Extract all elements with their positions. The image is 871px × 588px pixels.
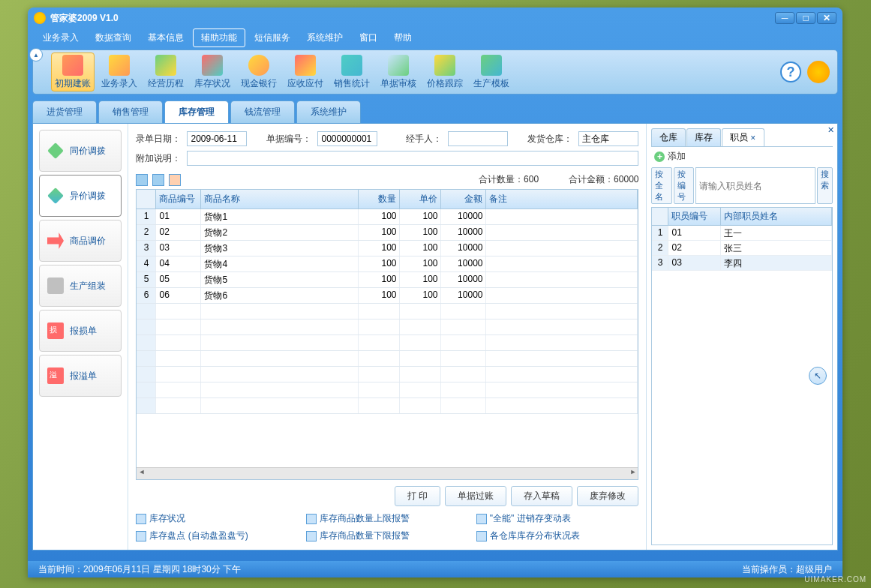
horizontal-scrollbar[interactable]	[137, 467, 638, 479]
main-tab-4[interactable]: 系统维护	[296, 100, 361, 123]
staff-grid-body[interactable]: 101王一202张三303李四	[652, 226, 832, 544]
tool-icon-3[interactable]	[169, 174, 181, 186]
product-grid: 商品编号 商品名称 数量 单价 金额 备注 101货物1100100100002…	[136, 189, 638, 480]
menu-item-5[interactable]: 系统维护	[299, 29, 350, 46]
tool-4[interactable]: 现金银行	[237, 52, 281, 92]
sidebar-item-2[interactable]: 商品调价	[39, 220, 122, 262]
col-note[interactable]: 备注	[486, 190, 638, 208]
table-row[interactable]: 101货物110010010000	[137, 209, 638, 225]
table-row[interactable]: 505货物510010010000	[137, 272, 638, 288]
by-fullname-button[interactable]: 按全名	[651, 167, 671, 204]
table-row[interactable]	[137, 304, 638, 320]
maximize-button[interactable]: □	[796, 12, 815, 24]
tool-8[interactable]: 价格跟踪	[423, 52, 467, 92]
sidebar-item-1[interactable]: 异价调拨	[39, 175, 122, 217]
rp-tab-0[interactable]: 仓库	[651, 128, 686, 146]
tool-icon	[341, 55, 362, 76]
tool-5[interactable]: 应收应付	[284, 52, 327, 92]
scroll-up-button[interactable]: ↖	[809, 367, 827, 385]
tool-icon-1[interactable]	[136, 174, 148, 186]
rp-tab-2[interactable]: 职员✕	[722, 128, 764, 146]
rp-tab-1[interactable]: 库存	[686, 128, 721, 146]
warehouse-input[interactable]	[578, 131, 638, 146]
docno-input[interactable]	[317, 131, 377, 146]
tool-icon	[202, 55, 223, 76]
draft-button[interactable]: 存入草稿	[511, 486, 572, 506]
col-name[interactable]: 商品名称	[201, 190, 359, 208]
menu-item-3[interactable]: 辅助功能	[193, 28, 245, 47]
app-icon	[34, 12, 46, 24]
note-input[interactable]	[187, 151, 638, 166]
tool-7[interactable]: 单据审核	[377, 52, 420, 92]
table-row[interactable]	[137, 320, 638, 335]
add-button[interactable]: + 添加	[651, 147, 833, 166]
grid-body[interactable]: 101货物110010010000202货物210010010000303货物3…	[137, 209, 638, 467]
tool-icon	[248, 55, 269, 76]
table-row[interactable]: 202货物210010010000	[137, 225, 638, 241]
quick-link-5[interactable]: 各仓库库存分布状况表	[476, 530, 639, 542]
sidebar-item-0[interactable]: 同价调拨	[39, 130, 122, 172]
help-icon[interactable]: ?	[780, 62, 801, 82]
sidebar-item-5[interactable]: 报溢单	[39, 355, 122, 397]
quick-link-1[interactable]: 库存商品数量上限报警	[306, 512, 469, 525]
main-tab-2[interactable]: 库存管理	[164, 100, 229, 123]
col-code[interactable]: 商品编号	[156, 190, 201, 208]
menu-item-4[interactable]: 短信服务	[247, 29, 298, 46]
print-button[interactable]: 打 印	[395, 486, 440, 506]
quick-link-4[interactable]: 库存商品数量下限报警	[306, 530, 469, 542]
sidebar-item-4[interactable]: 报损单	[39, 310, 122, 352]
table-row[interactable]: 404货物410010010000	[137, 256, 638, 272]
main-tab-1[interactable]: 销售管理	[98, 100, 163, 123]
tool-9[interactable]: 生产模板	[470, 52, 513, 92]
quick-link-2[interactable]: "全能" 进销存变动表	[476, 512, 639, 525]
menu-item-1[interactable]: 数据查询	[88, 29, 139, 46]
main-tabs: 进货管理销售管理库存管理钱流管理系统维护	[32, 100, 838, 123]
collapse-toolbar-button[interactable]: ▲	[29, 48, 43, 62]
link-icon	[476, 514, 487, 524]
table-row[interactable]	[137, 398, 638, 414]
table-row[interactable]: 303货物310010010000	[137, 241, 638, 256]
titlebar[interactable]: 管家婆2009 V1.0 ─ □ ✕	[28, 8, 842, 28]
by-code-button[interactable]: 按编号	[674, 167, 694, 204]
discard-button[interactable]: 废弃修改	[577, 486, 638, 506]
panel-close-icon[interactable]: ✕	[827, 125, 834, 135]
col-amt[interactable]: 金额	[441, 190, 486, 208]
tool-2[interactable]: 经营历程	[144, 52, 188, 92]
table-row[interactable]	[137, 335, 638, 351]
sidebar-icon	[47, 188, 64, 204]
quick-link-3[interactable]: 库存盘点 (自动盘盈盘亏)	[136, 530, 299, 542]
col-price[interactable]: 单价	[400, 190, 441, 208]
quick-link-0[interactable]: 库存状况	[136, 512, 299, 525]
col-staff-name[interactable]: 内部职员姓名	[721, 208, 832, 225]
close-button[interactable]: ✕	[817, 12, 836, 24]
menu-item-0[interactable]: 业务录入	[35, 29, 86, 46]
staff-row[interactable]: 303李四	[652, 256, 832, 271]
post-button[interactable]: 单据过账	[445, 486, 506, 506]
table-row[interactable]	[137, 382, 638, 398]
search-button[interactable]: 搜索	[817, 167, 833, 204]
tool-1[interactable]: 业务录入	[98, 52, 141, 92]
menu-item-2[interactable]: 基本信息	[140, 29, 191, 46]
col-qty[interactable]: 数量	[359, 190, 400, 208]
tool-3[interactable]: 库存状况	[191, 52, 234, 92]
search-input[interactable]	[695, 167, 815, 204]
menu-item-7[interactable]: 帮助	[386, 29, 419, 46]
tab-close-icon[interactable]: ✕	[750, 134, 756, 142]
tool-icon-2[interactable]	[152, 174, 164, 186]
table-row[interactable]: 606货物610010010000	[137, 288, 638, 304]
staff-row[interactable]: 202张三	[652, 241, 832, 256]
handler-input[interactable]	[448, 131, 508, 146]
col-staff-code[interactable]: 职员编号	[668, 208, 721, 225]
date-input[interactable]	[187, 131, 247, 146]
main-tab-3[interactable]: 钱流管理	[230, 100, 295, 123]
grid-header: 商品编号 商品名称 数量 单价 金额 备注	[137, 190, 638, 209]
staff-row[interactable]: 101王一	[652, 226, 832, 241]
minimize-button[interactable]: ─	[775, 12, 794, 24]
tool-6[interactable]: 销售统计	[330, 52, 374, 92]
menu-item-6[interactable]: 窗口	[352, 29, 385, 46]
table-row[interactable]	[137, 367, 638, 382]
main-tab-0[interactable]: 进货管理	[32, 100, 97, 123]
tool-0[interactable]: 初期建账	[51, 52, 95, 92]
sidebar-item-3[interactable]: 生产组装	[39, 265, 122, 307]
table-row[interactable]	[137, 351, 638, 367]
